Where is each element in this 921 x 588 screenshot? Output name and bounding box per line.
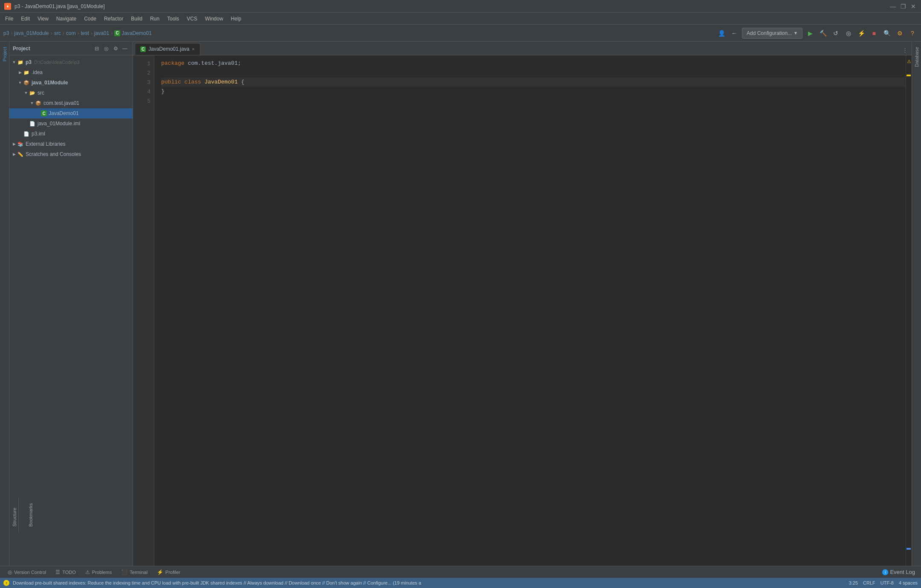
menu-vcs[interactable]: VCS xyxy=(183,15,201,23)
tree-label-idea: .idea xyxy=(32,69,43,75)
minimize-button[interactable]: — xyxy=(889,3,896,10)
structure-tab[interactable]: Structure xyxy=(11,500,18,530)
project-panel-title: Project xyxy=(13,46,90,52)
todo-icon: ☰ xyxy=(55,569,60,575)
status-line-ending[interactable]: CRLF xyxy=(863,580,875,585)
status-position[interactable]: 3:25 xyxy=(849,580,858,585)
panel-settings-button[interactable]: ⚙ xyxy=(111,44,120,53)
code-line-4: } xyxy=(161,87,906,96)
tree-arrow-module: ▼ xyxy=(17,81,23,85)
editor-tab-label: JavaDemo01.java xyxy=(148,46,189,52)
tabs-menu-button[interactable]: ⋮ xyxy=(900,45,910,55)
database-tab[interactable]: Database xyxy=(913,43,921,70)
account-icon[interactable]: 👤 xyxy=(716,28,727,38)
app-icon: ♦ xyxy=(4,3,11,10)
tree-item-ext-libs[interactable]: ▶ 📚 External Libraries xyxy=(9,139,133,149)
tree-arrow-ext-libs: ▶ xyxy=(11,142,17,146)
line-numbers: 1 2 3 4 5 xyxy=(133,55,154,566)
todo-tab[interactable]: ☰ TODO xyxy=(51,568,80,577)
menu-run[interactable]: Run xyxy=(147,15,163,23)
back-icon[interactable]: ← xyxy=(729,28,739,38)
breadcrumb-src[interactable]: src xyxy=(54,30,61,36)
code-editor[interactable]: package com.test.java01; public class Ja… xyxy=(154,55,906,566)
stop-button[interactable]: ■ xyxy=(869,28,879,38)
tree-item-idea[interactable]: ▶ 📁 .idea xyxy=(9,67,133,78)
profiler-tab[interactable]: ⚡ Profiler xyxy=(153,568,185,577)
tree-item-package[interactable]: ▼ 📦 com.test.java01 xyxy=(9,98,133,108)
menu-file[interactable]: File xyxy=(2,15,17,23)
problems-tab[interactable]: ⚠ Problems xyxy=(81,568,116,577)
terminal-label: Terminal xyxy=(130,570,148,575)
breadcrumb-com[interactable]: com xyxy=(66,30,76,36)
collapse-all-button[interactable]: ⊟ xyxy=(93,44,101,53)
menu-build[interactable]: Build xyxy=(127,15,146,23)
menu-tools[interactable]: Tools xyxy=(164,15,182,23)
build-button[interactable]: 🔨 xyxy=(818,28,828,38)
rerun-button[interactable]: ↺ xyxy=(831,28,841,38)
tree-label-javademo01: JavaDemo01 xyxy=(49,110,79,116)
problems-icon: ⚠ xyxy=(85,569,90,575)
menu-window[interactable]: Window xyxy=(202,15,227,23)
tree-item-p3[interactable]: ▼ 📁 p3 D:\Code\IdeaCode\p3 xyxy=(9,57,133,67)
line-num-2: 2 xyxy=(133,68,151,78)
project-panel: Project ⊟ ◎ ⚙ — ▼ 📁 p3 D:\Code\IdeaCode\… xyxy=(9,42,133,566)
menu-code[interactable]: Code xyxy=(81,15,100,23)
tree-item-module[interactable]: ▼ 📦 java_01Module xyxy=(9,78,133,88)
terminal-tab[interactable]: ⬛ Terminal xyxy=(117,568,152,577)
code-line-2 xyxy=(161,68,906,78)
version-control-icon: ◎ xyxy=(8,569,12,575)
status-encoding[interactable]: UTF-8 xyxy=(880,580,894,585)
gutter-info-marker xyxy=(907,548,911,550)
left-sidebar-tabs: Project xyxy=(0,42,9,566)
tree-item-p3-iml[interactable]: 📄 p3.iml xyxy=(9,129,133,139)
tree-item-scratches[interactable]: ▶ ✏️ Scratches and Consoles xyxy=(9,149,133,159)
settings-icon[interactable]: ⚙ xyxy=(895,28,905,38)
file-tree: ▼ 📁 p3 D:\Code\IdeaCode\p3 ▶ 📁 .idea ▼ 📦… xyxy=(9,55,133,566)
folder-icon-idea: 📁 xyxy=(23,69,30,76)
close-button[interactable]: ✕ xyxy=(910,3,917,10)
editor-tab-javademo01[interactable]: C JavaDemo01.java × xyxy=(135,43,200,55)
folder-icon: 📁 xyxy=(17,59,24,66)
profile-button[interactable]: ⚡ xyxy=(856,28,866,38)
coverage-button[interactable]: ◎ xyxy=(843,28,854,38)
event-log-button[interactable]: i Event Log xyxy=(880,568,918,576)
help-icon[interactable]: ? xyxy=(907,28,918,38)
breadcrumb-module[interactable]: java_01Module xyxy=(14,30,49,36)
add-configuration-button[interactable]: Add Configuration... ▼ xyxy=(742,28,802,39)
tab-close-button[interactable]: × xyxy=(192,46,194,52)
breadcrumb-java01[interactable]: java01 xyxy=(94,30,109,36)
line-num-3: 3 xyxy=(133,78,151,87)
tree-item-javademo01[interactable]: C JavaDemo01 xyxy=(9,108,133,118)
project-sidebar-tab[interactable]: Project xyxy=(1,43,9,65)
menu-view[interactable]: View xyxy=(34,15,52,23)
maximize-button[interactable]: ❐ xyxy=(900,3,907,10)
scroll-minimap xyxy=(907,66,911,562)
tree-label-scratches: Scratches and Consoles xyxy=(26,151,81,157)
menu-help[interactable]: Help xyxy=(227,15,245,23)
ext-libs-icon: 📚 xyxy=(17,141,24,147)
bookmarks-tab[interactable]: Bookmarks xyxy=(27,500,35,530)
line-num-4: 4 xyxy=(133,87,151,96)
menu-refactor[interactable]: Refactor xyxy=(101,15,127,23)
breadcrumb-p3[interactable]: p3 xyxy=(3,30,9,36)
tree-arrow-idea: ▶ xyxy=(17,70,23,75)
line-num-1: 1 xyxy=(133,59,151,68)
breadcrumb-class[interactable]: C JavaDemo01 xyxy=(114,30,152,36)
breadcrumb-test[interactable]: test xyxy=(81,30,89,36)
panel-close-button[interactable]: — xyxy=(121,44,129,53)
menu-navigate[interactable]: Navigate xyxy=(53,15,80,23)
search-everywhere-icon[interactable]: 🔍 xyxy=(882,28,892,38)
version-control-tab[interactable]: ◎ Version Control xyxy=(3,568,50,577)
gutter-warning-marker xyxy=(907,75,911,76)
locate-file-button[interactable]: ◎ xyxy=(102,44,110,53)
run-button[interactable]: ▶ xyxy=(805,28,815,38)
menu-bar: File Edit View Navigate Code Refactor Bu… xyxy=(0,13,921,25)
menu-edit[interactable]: Edit xyxy=(17,15,33,23)
status-indent[interactable]: 4 spaces xyxy=(899,580,918,585)
project-panel-header: Project ⊟ ◎ ⚙ — xyxy=(9,42,133,55)
tree-item-src[interactable]: ▼ 📂 src xyxy=(9,88,133,98)
tree-label-module-iml: java_01Module.iml xyxy=(38,121,80,127)
editor-area: C JavaDemo01.java × ⋮ 1 2 3 4 5 package … xyxy=(133,42,912,566)
main-area: Project Project ⊟ ◎ ⚙ — ▼ 📁 p3 D:\Code\I… xyxy=(0,42,921,566)
tree-item-module-iml[interactable]: 📄 java_01Module.iml xyxy=(9,118,133,129)
